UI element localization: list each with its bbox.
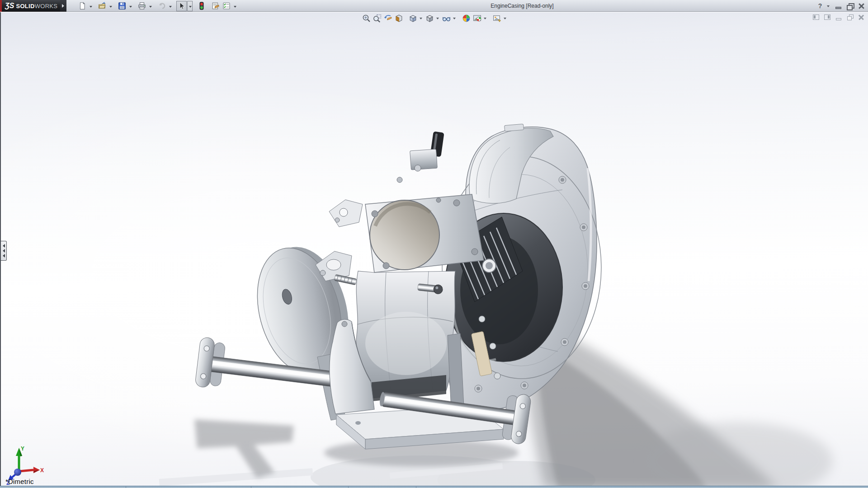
save-button[interactable]: [117, 1, 127, 11]
appearance-ball-icon: [462, 14, 471, 23]
apply-scene-button[interactable]: [472, 13, 482, 23]
display-style-icon: [425, 14, 434, 23]
collapse-arrow-icon: [3, 244, 5, 248]
zoom-to-area-icon: [373, 14, 382, 23]
document-close-button[interactable]: [857, 14, 865, 21]
display-style-dropdown[interactable]: [435, 13, 440, 23]
new-document-icon: [78, 2, 86, 10]
eyeglasses-icon: [442, 14, 451, 23]
collapse-arrow-icon: [3, 249, 5, 253]
hide-show-items-button[interactable]: [441, 13, 451, 23]
view-orientation-button[interactable]: [408, 13, 418, 23]
document-window-controls: [812, 14, 865, 21]
engine-casing-model[interactable]: [1, 12, 868, 486]
help-dropdown[interactable]: [826, 1, 831, 10]
top-fittings[interactable]: [397, 131, 444, 183]
document-restore-button[interactable]: [846, 14, 854, 21]
options-dropdown[interactable]: [232, 1, 237, 11]
close-button[interactable]: [857, 1, 866, 10]
display-style-button[interactable]: [425, 13, 434, 23]
edit-appearance-button[interactable]: [461, 13, 471, 23]
view-settings-button[interactable]: [492, 13, 502, 23]
title-bar: ƷS SOLID WORKS: [0, 0, 868, 12]
undo-icon: [158, 2, 166, 10]
new-document-dropdown[interactable]: [88, 1, 93, 11]
view-settings-icon: [493, 14, 501, 23]
left-brackets[interactable]: [316, 200, 363, 285]
new-document-button[interactable]: [77, 1, 87, 11]
options-icon: [222, 2, 231, 10]
apply-scene-icon: [473, 14, 481, 23]
document-minimize-button[interactable]: [835, 14, 843, 21]
view-orientation-dropdown[interactable]: [419, 13, 424, 23]
file-properties-icon: [212, 2, 220, 10]
window-controls: ?: [816, 1, 866, 11]
solidworks-logo-mark: ƷS: [5, 2, 14, 10]
print-icon: [138, 2, 146, 10]
standard-toolbar: [77, 0, 237, 11]
triad-y-label: Y: [21, 446, 24, 452]
triad-x-label: X: [40, 467, 44, 474]
open-icon: [98, 2, 106, 10]
zoom-to-area-button[interactable]: [372, 13, 382, 23]
restore-button[interactable]: [845, 1, 854, 10]
heads-up-toolbar: [361, 13, 508, 23]
graphics-area[interactable]: Y X Z *Dimetric: [0, 12, 868, 486]
view-orientation-label: *Dimetric: [5, 478, 34, 485]
select-button[interactable]: [176, 1, 187, 11]
previous-view-icon: [384, 14, 392, 23]
save-icon: [118, 2, 126, 10]
traffic-light-icon: [198, 2, 206, 10]
rebuild-button[interactable]: [196, 1, 207, 11]
undo-dropdown[interactable]: [167, 1, 173, 11]
zoom-to-fit-button[interactable]: [361, 13, 371, 23]
save-dropdown[interactable]: [127, 1, 133, 11]
pane-left-icon: [813, 14, 819, 20]
document-title: EngineCasing [Read-only]: [454, 3, 590, 9]
open-button[interactable]: [97, 1, 107, 11]
status-bar: [0, 486, 868, 488]
section-view-icon: [395, 14, 403, 23]
file-properties-button[interactable]: [210, 1, 221, 11]
undo-button[interactable]: [156, 1, 167, 11]
previous-view-button[interactable]: [383, 13, 393, 23]
select-dropdown[interactable]: [187, 1, 193, 11]
view-orientation-icon: [409, 14, 417, 23]
options-button[interactable]: [221, 1, 231, 11]
solidworks-logo: ƷS SOLID WORKS: [2, 0, 60, 12]
zoom-to-fit-icon: [362, 14, 371, 23]
hide-show-items-dropdown[interactable]: [452, 13, 457, 23]
collapse-arrow-icon: [3, 254, 5, 258]
minimize-button[interactable]: [834, 1, 843, 10]
pane-right-icon: [824, 14, 830, 20]
apply-scene-dropdown[interactable]: [483, 13, 488, 23]
view-settings-dropdown[interactable]: [503, 13, 508, 23]
feature-manager-collapse-tab[interactable]: [1, 241, 7, 261]
menu-expand-button[interactable]: [60, 0, 66, 12]
help-button[interactable]: ?: [816, 1, 824, 10]
section-view-button[interactable]: [394, 13, 404, 23]
pane-left-button[interactable]: [812, 14, 820, 21]
print-button[interactable]: [137, 1, 147, 11]
open-dropdown[interactable]: [108, 1, 113, 11]
pane-right-button[interactable]: [823, 14, 831, 21]
print-dropdown[interactable]: [147, 1, 153, 11]
select-cursor-icon: [178, 2, 186, 10]
floor-reflection: [159, 455, 595, 486]
